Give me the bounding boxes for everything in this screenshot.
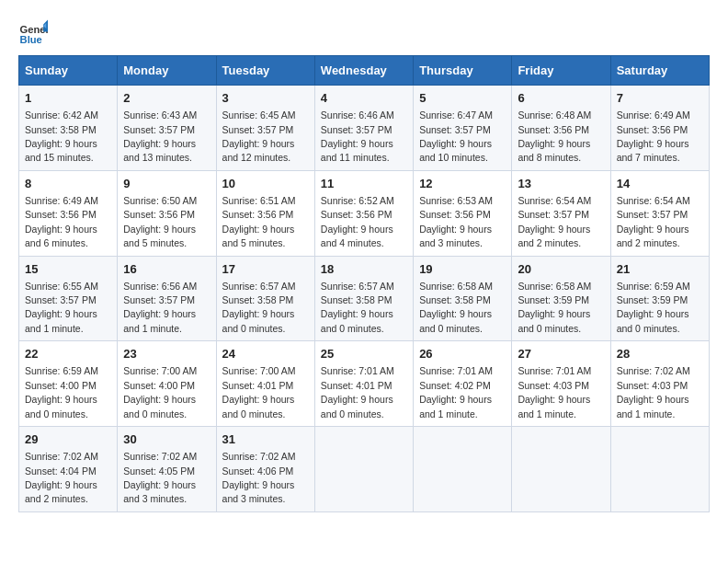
day-number: 11	[321, 176, 407, 192]
calendar-cell: 30 Sunrise: 7:02 AMSunset: 4:05 PMDaylig…	[118, 427, 216, 512]
day-info: Sunrise: 6:42 AMSunset: 3:58 PMDaylight:…	[25, 109, 98, 163]
day-number: 5	[419, 90, 506, 107]
day-info: Sunrise: 6:52 AMSunset: 3:56 PMDaylight:…	[321, 195, 394, 248]
day-info: Sunrise: 6:56 AMSunset: 3:57 PMDaylight:…	[123, 281, 197, 334]
calendar-cell: 5 Sunrise: 6:47 AMSunset: 3:57 PMDayligh…	[414, 86, 512, 171]
day-info: Sunrise: 7:00 AMSunset: 4:01 PMDaylight:…	[222, 365, 296, 419]
day-info: Sunrise: 6:59 AMSunset: 3:59 PMDaylight:…	[617, 281, 690, 334]
day-number: 19	[419, 261, 506, 278]
calendar-week-row: 1 Sunrise: 6:42 AMSunset: 3:58 PMDayligh…	[19, 86, 710, 171]
svg-text:Blue: Blue	[20, 34, 42, 45]
day-number: 31	[222, 431, 309, 448]
calendar-cell: 22 Sunrise: 6:59 AMSunset: 4:00 PMDaylig…	[19, 341, 118, 427]
day-info: Sunrise: 6:49 AMSunset: 3:56 PMDaylight:…	[25, 195, 98, 248]
logo: General Blue	[18, 18, 51, 48]
day-number: 8	[25, 176, 111, 192]
calendar-cell: 7 Sunrise: 6:49 AMSunset: 3:56 PMDayligh…	[610, 86, 709, 171]
calendar-cell: 25 Sunrise: 7:01 AMSunset: 4:01 PMDaylig…	[314, 341, 413, 427]
calendar-cell: 19 Sunrise: 6:58 AMSunset: 3:58 PMDaylig…	[414, 256, 512, 341]
day-number: 21	[617, 261, 703, 278]
calendar-header-row: SundayMondayTuesdayWednesdayThursdayFrid…	[19, 56, 710, 86]
header-friday: Friday	[512, 56, 610, 86]
header-tuesday: Tuesday	[216, 56, 314, 86]
day-number: 4	[321, 90, 407, 107]
day-info: Sunrise: 6:47 AMSunset: 3:57 PMDaylight:…	[419, 109, 493, 163]
day-info: Sunrise: 6:46 AMSunset: 3:57 PMDaylight:…	[321, 109, 394, 163]
calendar-cell	[314, 427, 413, 512]
calendar-cell: 17 Sunrise: 6:57 AMSunset: 3:58 PMDaylig…	[216, 256, 314, 341]
day-info: Sunrise: 6:54 AMSunset: 3:57 PMDaylight:…	[617, 195, 690, 248]
day-info: Sunrise: 6:54 AMSunset: 3:57 PMDaylight:…	[518, 195, 591, 248]
day-info: Sunrise: 6:58 AMSunset: 3:59 PMDaylight:…	[518, 281, 591, 334]
day-number: 16	[123, 261, 210, 278]
calendar-cell: 14 Sunrise: 6:54 AMSunset: 3:57 PMDaylig…	[610, 170, 709, 256]
calendar-cell: 21 Sunrise: 6:59 AMSunset: 3:59 PMDaylig…	[610, 256, 709, 341]
calendar-cell: 18 Sunrise: 6:57 AMSunset: 3:58 PMDaylig…	[314, 256, 413, 341]
header-wednesday: Wednesday	[314, 56, 413, 86]
day-info: Sunrise: 6:58 AMSunset: 3:58 PMDaylight:…	[419, 281, 493, 334]
day-number: 25	[321, 346, 407, 362]
day-info: Sunrise: 6:57 AMSunset: 3:58 PMDaylight:…	[321, 281, 394, 334]
day-number: 20	[518, 261, 604, 278]
calendar-cell: 27 Sunrise: 7:01 AMSunset: 4:03 PMDaylig…	[512, 341, 610, 427]
calendar-cell: 28 Sunrise: 7:02 AMSunset: 4:03 PMDaylig…	[610, 341, 709, 427]
calendar-cell: 4 Sunrise: 6:46 AMSunset: 3:57 PMDayligh…	[314, 86, 413, 171]
day-info: Sunrise: 7:01 AMSunset: 4:01 PMDaylight:…	[321, 365, 394, 419]
day-info: Sunrise: 6:50 AMSunset: 3:56 PMDaylight:…	[123, 195, 197, 248]
calendar-cell: 31 Sunrise: 7:02 AMSunset: 4:06 PMDaylig…	[216, 427, 314, 512]
header-monday: Monday	[118, 56, 216, 86]
day-number: 18	[321, 261, 407, 278]
day-number: 9	[123, 176, 210, 192]
page-header: General Blue	[18, 18, 710, 48]
calendar-cell: 2 Sunrise: 6:43 AMSunset: 3:57 PMDayligh…	[118, 86, 216, 171]
day-number: 24	[222, 346, 309, 362]
calendar-cell: 15 Sunrise: 6:55 AMSunset: 3:57 PMDaylig…	[19, 256, 118, 341]
day-number: 7	[617, 90, 703, 107]
day-number: 17	[222, 261, 309, 278]
day-info: Sunrise: 7:00 AMSunset: 4:00 PMDaylight:…	[123, 365, 197, 419]
day-info: Sunrise: 7:01 AMSunset: 4:02 PMDaylight:…	[419, 365, 493, 419]
calendar-week-row: 15 Sunrise: 6:55 AMSunset: 3:57 PMDaylig…	[19, 256, 710, 341]
calendar-week-row: 22 Sunrise: 6:59 AMSunset: 4:00 PMDaylig…	[19, 341, 710, 427]
day-info: Sunrise: 7:02 AMSunset: 4:05 PMDaylight:…	[123, 451, 197, 504]
day-number: 23	[123, 346, 210, 362]
day-number: 14	[617, 176, 703, 192]
day-number: 3	[222, 90, 309, 107]
day-info: Sunrise: 6:59 AMSunset: 4:00 PMDaylight:…	[25, 365, 98, 419]
calendar-cell: 6 Sunrise: 6:48 AMSunset: 3:56 PMDayligh…	[512, 86, 610, 171]
day-number: 1	[25, 90, 111, 107]
day-number: 29	[25, 431, 111, 448]
day-number: 15	[25, 261, 111, 278]
day-info: Sunrise: 6:49 AMSunset: 3:56 PMDaylight:…	[617, 109, 690, 163]
day-info: Sunrise: 6:43 AMSunset: 3:57 PMDaylight:…	[123, 109, 197, 163]
calendar-cell: 26 Sunrise: 7:01 AMSunset: 4:02 PMDaylig…	[414, 341, 512, 427]
day-info: Sunrise: 6:55 AMSunset: 3:57 PMDaylight:…	[25, 281, 98, 334]
day-number: 28	[617, 346, 703, 362]
day-number: 22	[25, 346, 111, 362]
header-saturday: Saturday	[610, 56, 709, 86]
calendar-cell: 1 Sunrise: 6:42 AMSunset: 3:58 PMDayligh…	[19, 86, 118, 171]
day-number: 30	[123, 431, 210, 448]
calendar-cell: 8 Sunrise: 6:49 AMSunset: 3:56 PMDayligh…	[19, 170, 118, 256]
day-number: 27	[518, 346, 604, 362]
calendar-table: SundayMondayTuesdayWednesdayThursdayFrid…	[18, 55, 710, 512]
day-info: Sunrise: 7:02 AMSunset: 4:04 PMDaylight:…	[25, 451, 98, 504]
day-number: 10	[222, 176, 309, 192]
calendar-cell: 3 Sunrise: 6:45 AMSunset: 3:57 PMDayligh…	[216, 86, 314, 171]
calendar-cell: 9 Sunrise: 6:50 AMSunset: 3:56 PMDayligh…	[118, 170, 216, 256]
day-info: Sunrise: 7:02 AMSunset: 4:06 PMDaylight:…	[222, 451, 296, 504]
calendar-cell	[414, 427, 512, 512]
day-number: 12	[419, 176, 506, 192]
calendar-cell: 24 Sunrise: 7:00 AMSunset: 4:01 PMDaylig…	[216, 341, 314, 427]
day-number: 2	[123, 90, 210, 107]
calendar-cell: 16 Sunrise: 6:56 AMSunset: 3:57 PMDaylig…	[118, 256, 216, 341]
day-info: Sunrise: 6:51 AMSunset: 3:56 PMDaylight:…	[222, 195, 296, 248]
day-info: Sunrise: 7:01 AMSunset: 4:03 PMDaylight:…	[518, 365, 591, 419]
calendar-cell: 10 Sunrise: 6:51 AMSunset: 3:56 PMDaylig…	[216, 170, 314, 256]
day-info: Sunrise: 6:53 AMSunset: 3:56 PMDaylight:…	[419, 195, 493, 248]
day-number: 6	[518, 90, 604, 107]
calendar-cell: 29 Sunrise: 7:02 AMSunset: 4:04 PMDaylig…	[19, 427, 118, 512]
calendar-cell: 23 Sunrise: 7:00 AMSunset: 4:00 PMDaylig…	[118, 341, 216, 427]
calendar-cell	[512, 427, 610, 512]
calendar-cell: 20 Sunrise: 6:58 AMSunset: 3:59 PMDaylig…	[512, 256, 610, 341]
